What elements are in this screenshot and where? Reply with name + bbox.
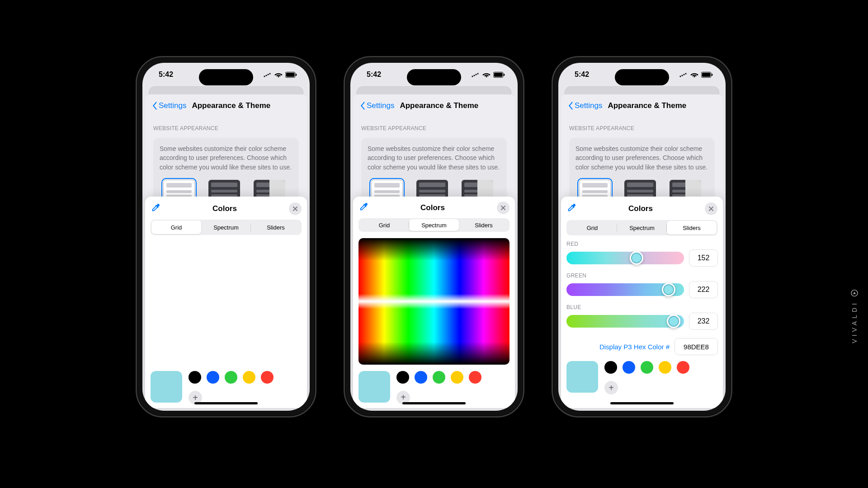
svg-point-17 xyxy=(685,73,686,74)
svg-point-1 xyxy=(265,75,267,76)
close-icon xyxy=(708,206,714,211)
eyedropper-button[interactable] xyxy=(151,203,160,215)
battery-icon xyxy=(493,72,505,78)
tab-spectrum[interactable]: Spectrum xyxy=(409,219,459,231)
nav-title: Appearance & Theme xyxy=(192,101,270,110)
tab-sliders[interactable]: Sliders xyxy=(667,221,717,235)
close-button[interactable] xyxy=(497,202,509,214)
phone-grid: 5:42 Settings Appearance & Theme WEBSITE… xyxy=(136,56,316,418)
preset-swatch[interactable] xyxy=(207,371,219,384)
clock: 5:42 xyxy=(575,70,589,79)
mode-segmented[interactable]: Grid Spectrum Sliders xyxy=(359,218,509,232)
section-blurb: Some websites customize their color sche… xyxy=(576,144,708,172)
preset-swatch[interactable] xyxy=(623,361,635,374)
home-indicator[interactable] xyxy=(610,402,674,404)
home-indicator[interactable] xyxy=(402,402,466,404)
slider-blue: BLUE 232 xyxy=(566,304,717,329)
color-grid[interactable] xyxy=(151,241,302,365)
home-indicator[interactable] xyxy=(194,402,258,404)
sheet-title: Colors xyxy=(420,203,445,212)
section-header: WEBSITE APPEARANCE xyxy=(569,125,715,131)
tab-grid[interactable]: Grid xyxy=(151,221,201,234)
slider-green: GREEN 222 xyxy=(566,272,717,298)
tab-grid[interactable]: Grid xyxy=(567,221,617,235)
svg-point-7 xyxy=(472,75,473,77)
status-icons xyxy=(264,72,297,78)
tab-sliders[interactable]: Sliders xyxy=(251,221,301,234)
slider-green-track[interactable] xyxy=(566,283,684,296)
preset-swatch[interactable] xyxy=(415,371,427,384)
wifi-icon xyxy=(690,72,698,78)
nav-bar: Settings Appearance & Theme xyxy=(145,94,307,117)
preset-swatch[interactable] xyxy=(451,371,463,384)
slider-red-label: RED xyxy=(566,241,717,247)
color-sheet: Colors Grid Spectrum Sliders RED xyxy=(561,197,723,408)
svg-point-10 xyxy=(477,73,478,74)
color-spectrum[interactable] xyxy=(359,238,509,365)
preset-swatch[interactable] xyxy=(433,371,445,384)
slider-red: RED 152 xyxy=(566,241,717,266)
nav-bar: Settings Appearance & Theme xyxy=(353,94,515,117)
close-button[interactable] xyxy=(705,202,717,215)
hex-format-button[interactable]: Display P3 Hex Color # xyxy=(599,343,670,351)
phone-sliders: 5:42 Settings Appearance & Theme WEBSITE… xyxy=(552,56,732,418)
preset-swatch[interactable] xyxy=(225,371,237,384)
mode-segmented[interactable]: Grid Spectrum Sliders xyxy=(151,220,302,235)
back-button[interactable]: Settings xyxy=(359,101,394,110)
status-icons xyxy=(679,72,713,78)
svg-rect-20 xyxy=(712,74,712,76)
svg-rect-6 xyxy=(296,74,297,76)
wifi-icon xyxy=(274,72,283,78)
sheet-title: Colors xyxy=(212,204,237,213)
preset-swatch[interactable] xyxy=(659,361,671,374)
tab-grid[interactable]: Grid xyxy=(359,219,409,231)
preset-swatch[interactable] xyxy=(641,361,653,374)
back-button[interactable]: Settings xyxy=(567,101,602,110)
battery-icon xyxy=(701,72,713,78)
color-sheet: Colors Grid Spectrum Sliders + xyxy=(145,197,307,408)
clock: 5:42 xyxy=(159,70,173,79)
svg-point-8 xyxy=(473,75,475,76)
eyedropper-button[interactable] xyxy=(359,202,368,214)
tab-spectrum[interactable]: Spectrum xyxy=(617,221,667,235)
back-label: Settings xyxy=(159,101,186,110)
close-button[interactable] xyxy=(289,202,302,215)
tab-spectrum[interactable]: Spectrum xyxy=(201,221,251,234)
chevron-left-icon xyxy=(567,101,574,110)
svg-rect-19 xyxy=(702,73,711,77)
svg-rect-12 xyxy=(494,73,503,77)
battery-icon xyxy=(285,72,297,78)
back-button[interactable]: Settings xyxy=(151,101,186,110)
back-label: Settings xyxy=(575,101,602,110)
svg-rect-5 xyxy=(286,73,295,77)
section-header: WEBSITE APPEARANCE xyxy=(361,125,507,131)
slider-green-value[interactable]: 222 xyxy=(689,282,717,298)
preset-swatch[interactable] xyxy=(604,361,617,374)
preset-swatch[interactable] xyxy=(243,371,255,384)
preset-swatch[interactable] xyxy=(396,371,409,384)
slider-red-value[interactable]: 152 xyxy=(689,250,717,266)
preset-swatch[interactable] xyxy=(189,371,201,384)
selected-swatch xyxy=(151,371,182,403)
preset-swatch[interactable] xyxy=(677,361,689,374)
svg-point-15 xyxy=(681,75,683,76)
section-blurb: Some websites customize their color sche… xyxy=(368,144,500,172)
slider-blue-value[interactable]: 232 xyxy=(689,313,717,329)
hex-value[interactable]: 98DEE8 xyxy=(675,338,717,355)
eyedropper-icon xyxy=(359,202,368,212)
add-swatch-button[interactable]: + xyxy=(604,381,618,394)
mode-segmented[interactable]: Grid Spectrum Sliders xyxy=(566,220,717,235)
slider-red-track[interactable] xyxy=(566,252,684,264)
preset-swatch[interactable] xyxy=(261,371,274,384)
eyedropper-button[interactable] xyxy=(566,203,576,215)
svg-point-14 xyxy=(679,75,681,77)
slider-blue-track[interactable] xyxy=(566,315,684,328)
chevron-left-icon xyxy=(151,101,158,110)
slider-green-label: GREEN xyxy=(566,272,717,279)
dynamic-island xyxy=(615,69,669,85)
preset-swatch[interactable] xyxy=(469,371,481,384)
selected-swatch xyxy=(359,371,390,403)
brand-watermark: VIVALDI xyxy=(851,290,858,343)
sheet-title: Colors xyxy=(628,204,653,213)
tab-sliders[interactable]: Sliders xyxy=(459,219,509,231)
